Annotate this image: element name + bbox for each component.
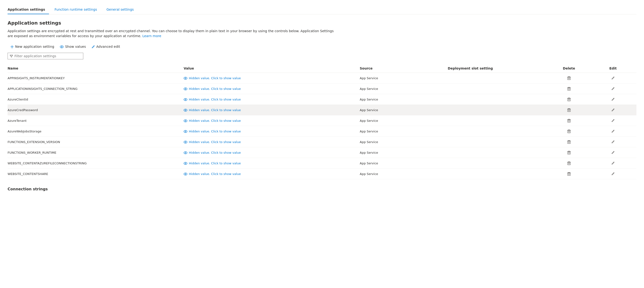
setting-delete[interactable] (548, 158, 592, 169)
svg-point-24 (185, 152, 186, 153)
setting-delete[interactable] (548, 137, 592, 147)
svg-point-29 (184, 173, 187, 175)
setting-delete[interactable] (548, 73, 592, 83)
setting-value[interactable]: Hidden value. Click to show value (184, 126, 360, 137)
svg-point-15 (185, 120, 186, 121)
setting-edit[interactable] (592, 73, 636, 83)
delete-button[interactable] (566, 128, 572, 134)
delete-button[interactable] (566, 171, 572, 177)
setting-slot (448, 83, 548, 94)
setting-value[interactable]: Hidden value. Click to show value (184, 105, 360, 115)
edit-button[interactable] (610, 75, 616, 81)
edit-button[interactable] (610, 161, 616, 166)
setting-name: FUNCTIONS_WORKER_RUNTIME (8, 147, 184, 158)
edit-button[interactable] (610, 171, 616, 176)
setting-delete[interactable] (548, 169, 592, 179)
show-values-button[interactable]: Show values (57, 43, 89, 50)
setting-value[interactable]: Hidden value. Click to show value (184, 83, 360, 94)
tab-general-settings[interactable]: General settings (106, 5, 138, 14)
setting-delete[interactable] (548, 147, 592, 158)
svg-point-2 (184, 77, 187, 79)
edit-button[interactable] (610, 86, 616, 91)
setting-edit[interactable] (592, 115, 636, 126)
setting-source: App Service (360, 147, 448, 158)
setting-slot (448, 147, 548, 158)
setting-edit[interactable] (592, 83, 636, 94)
setting-edit[interactable] (592, 126, 636, 137)
pencil-icon (611, 98, 615, 101)
setting-name: WEBSITE_CONTENTAZUREFILECONNECTIONSTRING (8, 158, 184, 169)
delete-button[interactable] (566, 86, 572, 91)
setting-source: App Service (360, 158, 448, 169)
delete-button[interactable] (566, 150, 572, 155)
filter-container (8, 53, 636, 59)
description-text: Application settings are encrypted at re… (8, 29, 339, 38)
pencil-icon (611, 119, 615, 122)
eye-icon (184, 140, 188, 144)
setting-delete[interactable] (548, 115, 592, 126)
setting-value[interactable]: Hidden value. Click to show value (184, 147, 360, 158)
setting-source: App Service (360, 83, 448, 94)
svg-point-6 (185, 88, 186, 89)
eye-show-icon (60, 45, 64, 48)
setting-edit[interactable] (592, 105, 636, 115)
setting-delete[interactable] (548, 126, 592, 137)
learn-more-link[interactable]: Learn more (142, 34, 161, 38)
delete-button[interactable] (566, 107, 572, 113)
setting-value[interactable]: Hidden value. Click to show value (184, 94, 360, 105)
col-header-edit: Edit (592, 64, 636, 73)
pencil-icon (611, 108, 615, 112)
filter-input[interactable] (14, 54, 81, 58)
setting-source: App Service (360, 105, 448, 115)
show-value-link: Hidden value. Click to show value (184, 130, 357, 133)
pencil-icon (611, 140, 615, 144)
trash-icon (567, 151, 571, 154)
setting-value[interactable]: Hidden value. Click to show value (184, 158, 360, 169)
setting-value[interactable]: Hidden value. Click to show value (184, 169, 360, 179)
table-row: WEBSITE_CONTENTAZUREFILECONNECTIONSTRING… (8, 158, 636, 169)
setting-source: App Service (360, 73, 448, 83)
edit-button[interactable] (610, 97, 616, 102)
delete-button[interactable] (566, 75, 572, 81)
setting-value[interactable]: Hidden value. Click to show value (184, 115, 360, 126)
setting-delete[interactable] (548, 94, 592, 105)
eye-icon (184, 162, 188, 165)
setting-edit[interactable] (592, 169, 636, 179)
setting-slot (448, 115, 548, 126)
eye-icon (184, 151, 188, 154)
setting-edit[interactable] (592, 158, 636, 169)
delete-button[interactable] (566, 96, 572, 102)
edit-button[interactable] (610, 107, 616, 113)
advanced-edit-button[interactable]: Advanced edit (89, 43, 123, 50)
setting-source: App Service (360, 115, 448, 126)
svg-point-21 (185, 142, 186, 143)
setting-delete[interactable] (548, 105, 592, 115)
svg-point-18 (185, 131, 186, 132)
new-application-setting-button[interactable]: New application setting (8, 43, 57, 50)
show-value-link: Hidden value. Click to show value (184, 76, 357, 80)
edit-button[interactable] (610, 129, 616, 134)
tab-function-runtime[interactable]: Function runtime settings (55, 5, 101, 14)
svg-point-0 (60, 46, 64, 48)
setting-slot (448, 158, 548, 169)
setting-edit[interactable] (592, 137, 636, 147)
settings-table: Name Value Source Deployment slot settin… (8, 64, 636, 179)
edit-button[interactable] (610, 139, 616, 144)
setting-delete[interactable] (548, 83, 592, 94)
setting-edit[interactable] (592, 147, 636, 158)
show-value-link: Hidden value. Click to show value (184, 162, 357, 165)
setting-source: App Service (360, 126, 448, 137)
advanced-edit-label: Advanced edit (96, 45, 120, 48)
eye-icon (184, 98, 188, 101)
edit-button[interactable] (610, 118, 616, 123)
delete-button[interactable] (566, 139, 572, 145)
delete-button[interactable] (566, 118, 572, 123)
tab-application-settings[interactable]: Application settings (8, 5, 49, 14)
eye-icon (184, 108, 188, 112)
setting-value[interactable]: Hidden value. Click to show value (184, 73, 360, 83)
setting-value[interactable]: Hidden value. Click to show value (184, 137, 360, 147)
setting-edit[interactable] (592, 94, 636, 105)
delete-button[interactable] (566, 160, 572, 166)
edit-button[interactable] (610, 150, 616, 155)
page-title: Application settings (8, 20, 636, 26)
